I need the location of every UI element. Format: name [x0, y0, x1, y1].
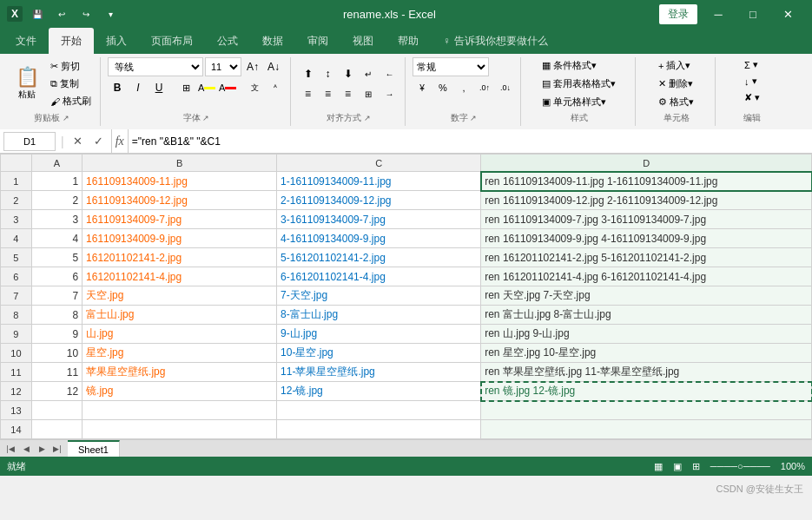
cell-c[interactable] — [277, 401, 481, 420]
cell-d[interactable]: ren 星空.jpg 10-星空.jpg — [481, 344, 812, 363]
fx-button[interactable]: fx — [111, 129, 129, 153]
cell-b[interactable] — [83, 401, 277, 420]
maximize-btn[interactable]: □ — [736, 0, 770, 28]
cell-b[interactable]: 镜.jpg — [83, 382, 277, 401]
delete-cells-btn[interactable]: ✕ 删除▾ — [655, 76, 697, 92]
align-left-btn[interactable]: ≡ — [299, 84, 318, 103]
cell-d[interactable]: ren 天空.jpg 7-天空.jpg — [481, 286, 812, 306]
cell-b[interactable]: 星空.jpg — [83, 344, 277, 363]
next-sheet-btn[interactable]: ▶ — [35, 442, 49, 456]
cell-c[interactable]: 3-161109134009-7.jpg — [277, 210, 481, 229]
cell-d[interactable]: ren 161109134009-9.jpg 4-161109134009-9.… — [481, 229, 812, 248]
font-shrink-btn[interactable]: A↓ — [264, 57, 283, 76]
tab-review[interactable]: 审阅 — [295, 28, 340, 54]
cell-reference-box[interactable]: D1 — [3, 132, 56, 151]
cut-button[interactable]: ✂ 剪切 — [47, 58, 95, 75]
cell-a[interactable]: 6 — [31, 267, 82, 286]
font-size-select[interactable]: 11 — [205, 57, 241, 76]
tab-insert[interactable]: 插入 — [94, 28, 139, 54]
cell-b[interactable]: 161109134009-9.jpg — [83, 229, 277, 248]
col-c-header[interactable]: C — [277, 155, 481, 172]
decimal-inc-btn[interactable]: .0↑ — [475, 78, 494, 97]
cell-c[interactable]: 1-161109134009-11.jpg — [277, 172, 481, 191]
insert-cells-btn[interactable]: + 插入▾ — [655, 57, 697, 74]
col-a-header[interactable]: A — [31, 155, 82, 172]
cell-d[interactable]: ren 山.jpg 9-山.jpg — [481, 325, 812, 344]
minimize-btn[interactable]: ─ — [701, 0, 736, 28]
save-quick-btn[interactable]: 💾 — [28, 4, 47, 23]
wrap-text-btn[interactable]: ↵ — [359, 64, 378, 83]
conditional-format-btn[interactable]: ▦ 条件格式▾ — [538, 57, 619, 74]
view-normal[interactable]: ▦ — [654, 461, 663, 472]
align-center-btn[interactable]: ≡ — [319, 84, 338, 103]
cell-b[interactable]: 山.jpg — [83, 325, 277, 344]
cell-b[interactable]: 161109134009-7.jpg — [83, 210, 277, 229]
cell-b[interactable] — [83, 420, 277, 439]
col-b-header[interactable]: B — [83, 155, 277, 172]
cell-d[interactable]: ren 苹果星空壁纸.jpg 11-苹果星空壁纸.jpg — [481, 363, 812, 382]
underline-button[interactable]: U — [149, 78, 168, 97]
view-layout[interactable]: ▣ — [673, 461, 682, 472]
close-btn[interactable]: ✕ — [770, 0, 805, 28]
percent-btn[interactable]: % — [433, 78, 452, 97]
cell-d[interactable]: ren 161109134009-12.jpg 2-161109134009-1… — [481, 191, 812, 210]
tab-data[interactable]: 数据 — [250, 28, 295, 54]
comma-btn[interactable]: , — [454, 78, 473, 97]
tab-search[interactable]: ♀ 告诉我你想要做什么 — [431, 28, 560, 54]
indent-decrease-btn[interactable]: ← — [380, 64, 399, 83]
quick-access-more[interactable]: ▾ — [101, 4, 120, 23]
paste-button[interactable]: 📋 粘贴 — [9, 65, 45, 103]
format-painter-button[interactable]: 🖌 格式刷 — [47, 93, 95, 109]
view-page[interactable]: ⊞ — [692, 461, 700, 472]
align-bottom-btn[interactable]: ⬇ — [339, 64, 358, 83]
cell-c[interactable]: 8-富士山.jpg — [277, 306, 481, 325]
cell-a[interactable]: 9 — [31, 325, 82, 344]
cell-c[interactable]: 9-山.jpg — [277, 325, 481, 344]
merge-btn[interactable]: ⊞ — [359, 84, 378, 103]
cell-d[interactable] — [481, 420, 812, 439]
sum-btn[interactable]: Σ▾ — [741, 57, 763, 72]
font-grow-btn[interactable]: A↑ — [243, 57, 262, 76]
cell-a[interactable]: 3 — [31, 210, 82, 229]
align-right-btn[interactable]: ≡ — [339, 84, 358, 103]
cell-b[interactable]: 161201102141-4.jpg — [83, 267, 277, 286]
cell-c[interactable]: 11-苹果星空壁纸.jpg — [277, 363, 481, 382]
cell-c[interactable]: 6-161201102141-4.jpg — [277, 267, 481, 286]
cell-d[interactable]: ren 161109134009-11.jpg 1-161109134009-1… — [481, 172, 812, 191]
cell-c[interactable]: 12-镜.jpg — [277, 382, 481, 401]
cell-d[interactable]: ren 富士山.jpg 8-富士山.jpg — [481, 306, 812, 325]
tab-view[interactable]: 视图 — [340, 28, 386, 54]
cell-d[interactable]: ren 镜.jpg 12-镜.jpg — [481, 382, 812, 401]
cell-a[interactable]: 10 — [31, 344, 82, 363]
sheet-tab-sheet1[interactable]: Sheet1 — [68, 440, 120, 457]
align-top-btn[interactable]: ⬆ — [299, 64, 318, 83]
cell-a[interactable]: 11 — [31, 363, 82, 382]
cell-a[interactable]: 7 — [31, 286, 82, 306]
tab-formula[interactable]: 公式 — [205, 28, 250, 54]
cell-a[interactable]: 12 — [31, 382, 82, 401]
cell-styles-btn[interactable]: ▣ 单元格样式▾ — [538, 94, 619, 110]
clear-btn[interactable]: ✘▾ — [741, 90, 763, 105]
cell-d[interactable]: ren 161201102141-4.jpg 6-161201102141-4.… — [481, 267, 812, 286]
cell-b[interactable]: 天空.jpg — [83, 286, 277, 306]
cell-a[interactable]: 8 — [31, 306, 82, 325]
align-middle-btn[interactable]: ↕ — [319, 64, 338, 83]
italic-button[interactable]: I — [129, 78, 148, 97]
number-format-select[interactable]: 常规 — [413, 57, 489, 76]
cell-b[interactable]: 苹果星空壁纸.jpg — [83, 363, 277, 382]
formula-input[interactable] — [132, 135, 809, 148]
fill-btn[interactable]: ↓▾ — [741, 74, 763, 89]
first-sheet-btn[interactable]: |◀ — [3, 442, 17, 456]
tab-home[interactable]: 开始 — [49, 28, 94, 54]
cell-d[interactable] — [481, 401, 812, 420]
cell-a[interactable]: 2 — [31, 191, 82, 210]
confirm-formula-btn[interactable]: ✓ — [90, 133, 108, 150]
indent-increase-btn[interactable]: → — [380, 84, 399, 103]
cell-c[interactable]: 10-星空.jpg — [277, 344, 481, 363]
cell-c[interactable]: 2-161109134009-12.jpg — [277, 191, 481, 210]
zoom-slider[interactable]: ────○──── — [710, 461, 770, 471]
tab-help[interactable]: 帮助 — [386, 28, 431, 54]
cell-d[interactable]: ren 161201102141-2.jpg 5-161201102141-2.… — [481, 248, 812, 267]
cell-c[interactable]: 5-161201102141-2.jpg — [277, 248, 481, 267]
col-d-header[interactable]: D — [481, 155, 812, 172]
